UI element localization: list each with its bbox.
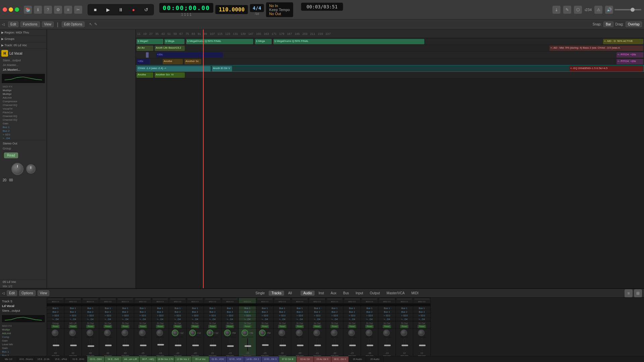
- clip-drums-meta[interactable]: <- MD : D: 50% ACTIVE: [603, 39, 643, 44]
- clip-drums-5[interactable]: § MegaDrums Q:50% FINAL: [273, 39, 424, 44]
- clip-bkvoc-meta[interactable]: <- PITCH: +20c: [616, 59, 643, 64]
- sidebar-vt[interactable]: VocalTrf: [0, 107, 47, 111]
- mixer-section-midi[interactable]: MIDI: [409, 291, 421, 296]
- mixer-grid-icon[interactable]: ⊞: [634, 289, 642, 297]
- ch-read-btn-6[interactable]: Read: [156, 325, 164, 328]
- ch-fader-track-19[interactable]: [386, 338, 388, 351]
- sidebar-chan-eq3[interactable]: Channel EQ: [0, 118, 47, 122]
- ch-knob-9[interactable]: [207, 329, 213, 336]
- ch-fader-track-11[interactable]: [247, 338, 248, 351]
- ch-fader-track-18[interactable]: [369, 338, 370, 351]
- mixer-section-inst[interactable]: Inst: [316, 291, 327, 296]
- sidebar-pc[interactable]: PitchCor: [0, 111, 47, 114]
- ch-read-btn-12[interactable]: Read: [261, 325, 269, 328]
- ch-read-btn-4[interactable]: Read: [121, 325, 129, 328]
- clip-bass-2[interactable]: Anoth Life Bass#19.2: [155, 46, 185, 51]
- mixer-section-aux[interactable]: Aux: [328, 291, 339, 296]
- ch-eq-2[interactable]: [83, 299, 98, 299]
- clip-ldvoc-2[interactable]: Anoth El Gtr V: [212, 66, 232, 71]
- ch-fader-track-13[interactable]: [282, 338, 283, 351]
- ch-eq-13[interactable]: [275, 299, 290, 299]
- sidebar-chan-eq2[interactable]: Channel EQ: [0, 114, 47, 118]
- ch-eq-19[interactable]: [379, 299, 395, 299]
- ch-fader-handle-6[interactable]: [157, 344, 164, 346]
- pause-button[interactable]: ⏸: [116, 5, 125, 14]
- ch-knob-20[interactable]: [400, 329, 407, 336]
- ch-fader-track-9[interactable]: [212, 338, 213, 351]
- sidebar-pan-knob[interactable]: [26, 164, 36, 174]
- ch-eq-11[interactable]: [240, 299, 255, 299]
- track-lane-4[interactable]: +20c Anothe Another Sc <- PITCH: +20c: [136, 58, 644, 65]
- track-lane-2[interactable]: An An Anoth Life Bass#19.2 <- AD : Mid: …: [136, 45, 644, 52]
- ch-read-btn-17[interactable]: Read: [348, 325, 356, 328]
- export-icon[interactable]: ⬡: [574, 6, 582, 14]
- mixer-section-bus[interactable]: Bus: [340, 291, 352, 296]
- ch-fader-handle-10[interactable]: [227, 345, 234, 347]
- mixer-edit-menu[interactable]: Edit: [7, 290, 17, 296]
- clip-gtr-1[interactable]: Anothe: [137, 72, 153, 78]
- ch-eq-20[interactable]: [397, 299, 412, 299]
- ch-fader-track-10[interactable]: [229, 338, 231, 351]
- clip-drums-2[interactable]: § Mega: [164, 39, 184, 44]
- ch-read-btn-1[interactable]: Read: [69, 325, 77, 328]
- mixer-tab-single[interactable]: Single: [253, 291, 268, 296]
- ch-fader-handle-2[interactable]: [88, 345, 94, 347]
- mixer-section-input[interactable]: Input: [353, 291, 366, 296]
- mixer-left-gain[interactable]: Gain: [1, 339, 45, 343]
- ch-knob-19[interactable]: [383, 329, 390, 336]
- mixer-section-mastervca[interactable]: Master/VCA: [384, 291, 408, 296]
- clip-bkvoc-1[interactable]: +20c: [137, 59, 150, 64]
- ch-read-btn-2[interactable]: Read: [86, 325, 95, 328]
- ch-knob-2[interactable]: [87, 329, 93, 336]
- ch-eq-3[interactable]: [100, 299, 116, 299]
- ch-fader-handle-19[interactable]: [384, 345, 391, 346]
- ch-fader-track-8[interactable]: [195, 338, 196, 351]
- alert-icon[interactable]: ⚠: [594, 6, 602, 14]
- ch-fader-track-14[interactable]: [299, 338, 301, 351]
- mixer-left-comp[interactable]: Comp: [1, 335, 45, 339]
- sidebar-read-button[interactable]: Read: [4, 153, 18, 158]
- track-lane-6[interactable]: Anothe Another Scr. Vi: [136, 72, 644, 78]
- mixer-left-multipr[interactable]: Multipr: [1, 328, 45, 331]
- ch-eq-18[interactable]: [362, 299, 377, 299]
- ch-knob-5[interactable]: [139, 329, 146, 336]
- ch-read-btn-9[interactable]: Read: [208, 325, 217, 328]
- ch-fader-track-3[interactable]: [107, 338, 109, 351]
- clip-bass-meta[interactable]: <- AD : Mid: 5% (during: 4) Bass 2 (wa: …: [549, 46, 643, 51]
- clip-ldvoc-main[interactable]: ChVol -1.4 (was:-2.4) ->: [137, 66, 211, 71]
- track-lane-1[interactable]: § MegaC § Mega § MegaDrums Q:50% FINAL §…: [136, 38, 644, 45]
- ch-knob-3[interactable]: [104, 329, 111, 336]
- ch-eq-7[interactable]: [170, 299, 185, 299]
- sidebar-gain[interactable]: Gain: [0, 122, 47, 125]
- ch-fader-handle-5[interactable]: [140, 345, 147, 346]
- clip-drums-3[interactable]: § MegaDrums Q:50% FINAL: [186, 39, 253, 44]
- help-icon[interactable]: ?: [44, 6, 52, 14]
- ch-fader-handle-13[interactable]: [279, 345, 286, 346]
- ch-knob-7[interactable]: [172, 329, 178, 336]
- mixer-left-gain2[interactable]: Gain: [1, 346, 45, 350]
- ch-eq-16[interactable]: [327, 299, 342, 299]
- drag-value[interactable]: Overlap: [626, 21, 642, 27]
- ch-fader-track-12[interactable]: [264, 338, 266, 351]
- ch-fader-handle-14[interactable]: [297, 345, 304, 346]
- ch-eq-4[interactable]: [118, 299, 133, 299]
- plugin-multipr2[interactable]: Multipr: [0, 92, 47, 96]
- ch-read-btn-10[interactable]: Read: [226, 325, 234, 328]
- ch-eq-5[interactable]: [135, 299, 151, 299]
- plugin-multipr[interactable]: Multipr: [0, 88, 47, 92]
- ch-eq-0[interactable]: [48, 299, 63, 299]
- mixer-left-adlimit[interactable]: AdLimit: [1, 331, 45, 335]
- ch-fader-handle-12[interactable]: [262, 344, 269, 346]
- ch-fader-track-16[interactable]: [334, 338, 335, 351]
- ch-read-btn-5[interactable]: Read: [139, 325, 147, 328]
- ch-knob-10[interactable]: [224, 329, 231, 336]
- clip-bkvoc-another[interactable]: Another Sc: [184, 59, 201, 64]
- ch-knob-4[interactable]: [121, 329, 128, 336]
- mixer-section-audio[interactable]: Audio: [301, 291, 315, 296]
- ch-eq-12[interactable]: [257, 299, 273, 299]
- record-button[interactable]: ●: [129, 5, 138, 14]
- ch-knob-8[interactable]: [189, 329, 196, 336]
- ch-fader-handle-1[interactable]: [70, 345, 77, 346]
- ch-read-btn-0[interactable]: Read: [51, 325, 60, 328]
- edit-options-btn[interactable]: Edit Options: [62, 21, 85, 27]
